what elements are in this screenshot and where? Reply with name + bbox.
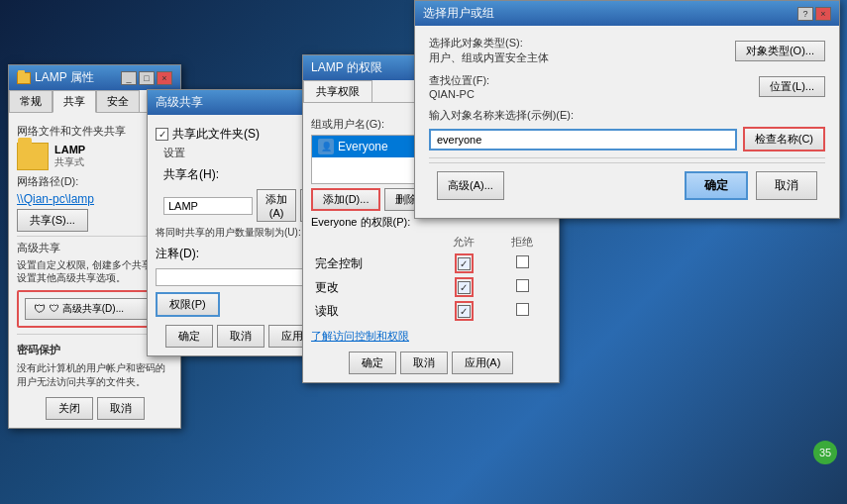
perm-allow-check-change[interactable] [458,281,471,294]
maximize-btn[interactable]: □ [139,71,155,85]
object-type-button[interactable]: 对象类型(O)... [735,41,825,61]
path-link[interactable]: \\Qian-pc\lamp [17,192,94,206]
perm-deny-read [493,299,551,323]
location-value: QIAN-PC [429,88,489,100]
object-type-row: 选择此对象类型(S): 用户、组或内置安全主体 对象类型(O)... [429,36,825,65]
enter-object-input-row: 检查名称(C) [429,127,825,151]
share-checkbox[interactable] [156,128,168,141]
perms-confirm-btn[interactable]: 确定 [349,352,396,374]
perm-name-read: 读取 [311,299,434,323]
lamp-folder-icon [17,143,49,170]
select-user-title: 选择用户或组 [423,5,494,22]
perm-allow-check-read[interactable] [458,305,471,318]
perm-row-change: 更改 [311,275,551,299]
add-user-btn[interactable]: 添加(D)... [311,188,380,211]
select-user-close-btn[interactable]: × [815,7,831,21]
minimize-btn[interactable]: _ [121,71,137,85]
adv-cancel-btn[interactable]: 取消 [217,325,265,348]
password-desc: 没有此计算机的用户帐户和密码的用户无法访问共享的文件夹。 [17,361,172,389]
perms-col-allow: 允许 [434,233,493,252]
lamp-properties-titlebar: LAMP 属性 _ □ × [9,65,180,90]
adv-confirm-btn[interactable]: 确定 [165,325,213,348]
lamp-properties-title: LAMP 属性 [35,69,94,86]
perm-allow-check-full[interactable] [458,257,471,270]
tab-security[interactable]: 安全 [96,90,140,112]
location-row: 查找位置(F): QIAN-PC 位置(L)... [429,73,825,100]
user-everyone-label: Everyone [338,140,388,153]
perms-apply-btn[interactable]: 应用(A) [452,352,514,374]
perm-allow-full [434,252,493,275]
select-user-question-btn[interactable]: ? [797,7,813,21]
check-names-button[interactable]: 检查名称(C) [743,127,825,151]
lamp-perms-title: LAMP 的权限 [311,59,382,76]
share-checkbox-label: 共享此文件夹(S) [172,126,260,143]
advanced-button[interactable]: 高级(A)... [437,171,504,200]
user-icon: 👤 [318,139,334,154]
select-user-bottom: 高级(A)... 确定 取消 [429,162,825,208]
perm-allow-change [434,275,493,299]
close-button[interactable]: 关闭 [46,397,93,420]
share-status: 共享式 [54,155,85,169]
folder-name: LAMP [54,144,85,155]
adv-share-label: 🛡 高级共享(D)... [50,302,124,316]
enter-object-label: 输入对象名称来选择(示例)(E): [429,108,825,123]
perm-deny-change [493,275,551,299]
folder-info: LAMP 共享式 [54,144,85,169]
select-user-cancel-btn[interactable]: 取消 [756,171,817,200]
green-indicator: 35 [813,441,837,464]
object-type-value: 用户、组或内置安全主体 [429,50,549,65]
shield-icon: 🛡 [34,302,46,316]
adv-share-title: 高级共享 [156,94,203,111]
close-btn[interactable]: × [157,71,172,85]
select-user-dialog: 选择用户或组 ? × 选择此对象类型(S): 用户、组或内置安全主体 对象类型(… [414,0,840,219]
folder-icon [17,72,31,84]
select-user-titlebar: 选择用户或组 ? × [415,1,839,26]
perms-cancel-btn[interactable]: 取消 [400,352,448,374]
location-button[interactable]: 位置(L)... [759,76,825,97]
perm-deny-check-change[interactable] [516,279,529,292]
object-type-label: 选择此对象类型(S): [429,36,549,50]
location-label: 查找位置(F): [429,73,489,88]
perms-col-deny: 拒绝 [493,233,551,252]
perm-deny-check-read[interactable] [516,303,529,316]
select-user-content: 选择此对象类型(S): 用户、组或内置安全主体 对象类型(O)... 查找位置(… [415,26,839,218]
perms-bottom-buttons: 确定 取消 应用(A) [311,352,551,374]
select-user-confirm-btn[interactable]: 确定 [685,171,748,200]
perm-allow-box-full [455,253,474,273]
select-user-controls: ? × [797,7,831,21]
share-name-label: 共享名(H): [163,166,219,183]
tab-share[interactable]: 共享 [53,90,96,113]
perm-row-read: 读取 [311,299,551,323]
window-controls: _ □ × [121,71,172,85]
tab-general[interactable]: 常规 [9,90,53,112]
bottom-buttons: 关闭 取消 [17,397,172,420]
perm-name-full: 完全控制 [311,252,434,275]
perms-col-name [311,233,434,252]
object-name-input[interactable] [429,129,737,151]
permissions-button[interactable]: 权限(P) [156,292,220,317]
share-button[interactable]: 共享(S)... [17,209,88,232]
object-type-info: 选择此对象类型(S): 用户、组或内置安全主体 [429,36,549,65]
perm-row-full: 完全控制 [311,252,551,275]
learn-more-link[interactable]: 了解访问控制和权限 [311,329,551,344]
cancel-button[interactable]: 取消 [97,397,145,420]
perms-table: 允许 拒绝 完全控制 更改 [311,233,551,323]
perm-deny-full [493,252,551,275]
perm-allow-box-read [455,301,474,321]
comment-label: 注释(D): [156,246,199,262]
perm-deny-check-full[interactable] [516,255,529,268]
advanced-share-button[interactable]: 🛡 🛡 高级共享(D)... [25,298,164,320]
perm-allow-box-change [455,277,474,297]
location-info: 查找位置(F): QIAN-PC [429,73,489,100]
add-button[interactable]: 添加(A) [257,189,296,222]
perm-name-change: 更改 [311,275,434,299]
enter-object-section: 输入对象名称来选择(示例)(E): 检查名称(C) [429,108,825,151]
perm-allow-read [434,299,493,323]
share-name-input[interactable] [163,197,253,215]
perms-tab-share[interactable]: 共享权限 [303,80,372,102]
